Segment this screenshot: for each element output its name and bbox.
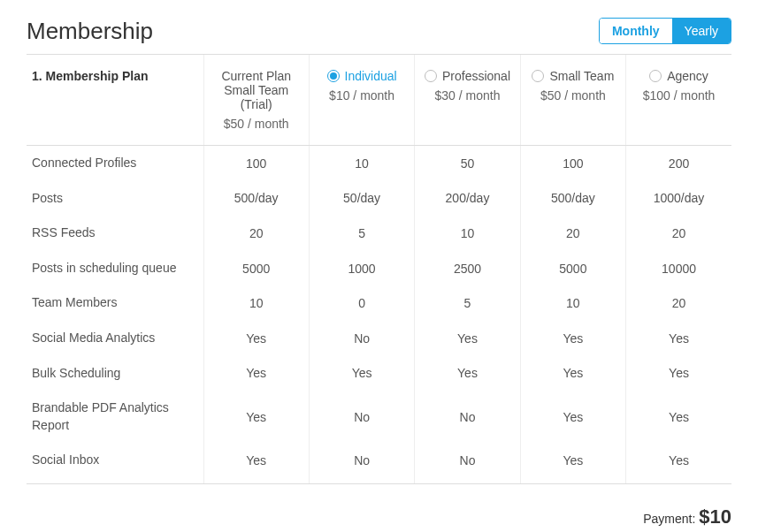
feature-value: Yes <box>520 356 625 391</box>
table-row: Social InboxYesNoNoYesYes <box>27 443 731 483</box>
billing-toggle: Monthly Yearly <box>599 18 731 44</box>
feature-value: Yes <box>203 356 309 391</box>
feature-label: Brandable PDF Analytics Report <box>27 391 203 443</box>
feature-label: Team Members <box>27 285 203 321</box>
feature-value: 100 <box>203 146 309 181</box>
feature-value: No <box>309 321 414 356</box>
payment-amount: $10 <box>699 505 731 528</box>
feature-label: Posts <box>27 181 203 217</box>
feature-value: 5000 <box>520 251 625 286</box>
feature-value: 10 <box>520 285 625 321</box>
plan-price-agency: $100 / month <box>632 88 726 103</box>
feature-value: Yes <box>415 321 520 356</box>
feature-value: No <box>309 443 414 483</box>
feature-value: No <box>415 391 520 443</box>
feature-label: Social Media Analytics <box>27 321 203 356</box>
feature-value: 200/day <box>415 181 520 217</box>
feature-value: 20 <box>626 285 731 321</box>
feature-value: Yes <box>203 321 309 356</box>
table-row: Posts in scheduling queue500010002500500… <box>27 251 731 286</box>
table-row: Brandable PDF Analytics ReportYesNoNoYes… <box>27 391 731 443</box>
feature-value: Yes <box>626 321 731 356</box>
table-row: Posts500/day50/day200/day500/day1000/day <box>27 181 731 217</box>
feature-value: No <box>415 443 520 483</box>
plan-name-small-team: Small Team <box>549 69 614 83</box>
section-label: 1. Membership Plan <box>27 55 203 146</box>
table-row: Bulk SchedulingYesYesYesYesYes <box>27 356 731 391</box>
feature-value: 1000 <box>309 251 414 286</box>
feature-value: 10 <box>203 285 309 321</box>
feature-value: Yes <box>626 391 731 443</box>
feature-value: Yes <box>626 443 731 483</box>
radio-icon <box>532 70 544 82</box>
feature-label: Posts in scheduling queue <box>27 251 203 286</box>
plan-header-current: Current Plan Small Team (Trial) $50 / mo… <box>203 55 309 146</box>
feature-label: RSS Feeds <box>27 216 203 251</box>
feature-value: 10 <box>415 216 520 251</box>
table-row: RSS Feeds205102020 <box>27 216 731 251</box>
feature-value: 0 <box>309 285 414 321</box>
plan-price-small-team: $50 / month <box>526 88 620 103</box>
payment-summary: Payment: $10 <box>27 505 731 528</box>
feature-value: 200 <box>626 146 731 181</box>
plan-name-individual: Individual <box>345 69 397 83</box>
table-row: Social Media AnalyticsYesNoYesYesYes <box>27 321 731 356</box>
radio-icon <box>327 70 340 82</box>
billing-toggle-monthly[interactable]: Monthly <box>600 19 672 43</box>
plan-price-professional: $30 / month <box>420 88 514 103</box>
plan-header-small-team[interactable]: Small Team $50 / month <box>520 55 625 146</box>
feature-value: 1000/day <box>626 181 731 217</box>
feature-value: 2500 <box>415 251 520 286</box>
plan-name-professional: Professional <box>442 69 510 83</box>
feature-value: 10000 <box>626 251 731 286</box>
billing-toggle-yearly[interactable]: Yearly <box>672 19 731 43</box>
table-row: Connected Profiles1001050100200 <box>27 146 731 181</box>
feature-label: Bulk Scheduling <box>27 356 203 391</box>
feature-value: 500/day <box>520 181 625 217</box>
plan-header-professional[interactable]: Professional $30 / month <box>415 55 520 146</box>
feature-value: 100 <box>520 146 625 181</box>
feature-value: 5000 <box>203 251 309 286</box>
table-row: Team Members10051020 <box>27 285 731 321</box>
plan-table: 1. Membership Plan Current Plan Small Te… <box>27 55 731 484</box>
feature-value: 20 <box>626 216 731 251</box>
feature-value: 5 <box>415 285 520 321</box>
plan-header-individual[interactable]: Individual $10 / month <box>309 55 414 146</box>
current-plan-price: $50 / month <box>210 117 303 131</box>
feature-value: Yes <box>415 356 520 391</box>
feature-value: Yes <box>309 356 414 391</box>
feature-value: Yes <box>203 391 309 443</box>
feature-label: Connected Profiles <box>27 146 203 181</box>
feature-value: No <box>309 391 414 443</box>
feature-value: 50 <box>415 146 520 181</box>
plan-header-agency[interactable]: Agency $100 / month <box>626 55 731 146</box>
radio-icon <box>649 70 662 82</box>
feature-value: Yes <box>520 391 625 443</box>
feature-value: 5 <box>309 216 414 251</box>
feature-value: 10 <box>309 146 414 181</box>
page-title: Membership <box>27 18 153 45</box>
current-plan-line1: Current Plan <box>210 69 303 83</box>
feature-value: Yes <box>520 443 625 483</box>
feature-value: 20 <box>520 216 625 251</box>
plan-name-agency: Agency <box>667 69 708 83</box>
current-plan-line2: Small Team (Trial) <box>210 83 303 111</box>
feature-value: 20 <box>203 216 309 251</box>
feature-value: 50/day <box>309 181 414 217</box>
feature-value: Yes <box>520 321 625 356</box>
feature-label: Social Inbox <box>27 443 203 483</box>
feature-value: Yes <box>203 443 309 483</box>
plan-price-individual: $10 / month <box>315 88 409 103</box>
payment-label: Payment: <box>643 512 695 526</box>
radio-icon <box>425 70 437 82</box>
feature-value: 500/day <box>203 181 309 217</box>
feature-value: Yes <box>626 356 731 391</box>
